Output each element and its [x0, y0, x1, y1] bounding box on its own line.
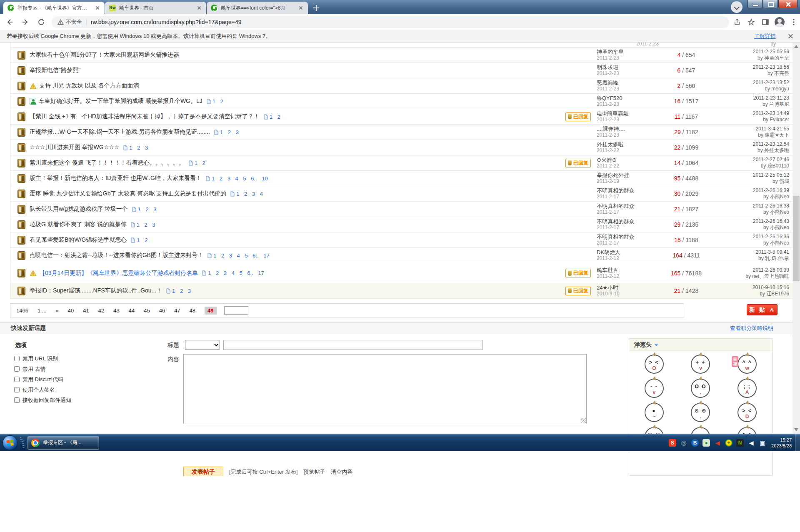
app-tray-icon[interactable]: ●	[702, 439, 710, 447]
last-post-author-link[interactable]: by 伤城	[713, 178, 789, 185]
emoticon[interactable]: O O .	[678, 379, 724, 398]
thread-page-links[interactable]: 1 2 3 4 5 6.. 17	[208, 270, 264, 276]
title-category-select[interactable]	[185, 340, 220, 350]
last-post-author-link[interactable]: by 辽BE1976	[713, 291, 789, 297]
last-post-author-link[interactable]: by 琼B00110	[713, 163, 789, 169]
security-tray-icon[interactable]: ◎	[680, 439, 688, 447]
update-plus-icon[interactable]: +	[725, 439, 732, 447]
emoticon[interactable]: > < O	[631, 355, 678, 374]
page-number-link[interactable]: 45	[144, 307, 150, 314]
learn-more-link[interactable]: 了解详情	[754, 32, 776, 40]
thread-author-link[interactable]: DK胡烂人	[597, 249, 659, 255]
profile-avatar[interactable]	[773, 16, 786, 28]
option-checkbox-row[interactable]: 禁用 Discuz!代码	[14, 374, 71, 385]
page-number-link[interactable]: 48	[190, 307, 195, 314]
tab-close-icon[interactable]	[196, 5, 202, 11]
last-post-author-link[interactable]: by 小熊Neo	[713, 225, 789, 231]
preview-post-link[interactable]: 预览帖子	[303, 468, 325, 476]
volume-icon[interactable]: ◀	[748, 439, 755, 447]
last-post-author-link[interactable]: by 神圣的车皇	[713, 55, 789, 61]
title-input[interactable]	[223, 340, 482, 350]
thread-title-link[interactable]: 蛋疼 睡觉 九少估计又要输给Gb了 太较真 何必呢 支持正义总是要付出代价的	[30, 190, 226, 197]
share-icon[interactable]	[731, 16, 743, 28]
thread-author-link[interactable]: 24★小时	[597, 285, 659, 291]
thread-title-link[interactable]: 举报新电信"路梦熙"	[30, 67, 80, 74]
thread-page-links[interactable]: 1 2 3	[129, 145, 148, 151]
thread-author-link[interactable]: 不明真相的群众	[597, 234, 659, 240]
thread-title-link[interactable]: 大家快看十色单圈1分07了！大家来围观新网通火箭推进器	[30, 51, 179, 59]
thread-author-link[interactable]: 神圣的车皇	[597, 49, 659, 55]
page-jump-input[interactable]	[224, 306, 248, 315]
last-post-author-link[interactable]: by 小熊Neo	[713, 194, 789, 200]
page-prev-link[interactable]: «	[56, 307, 59, 314]
emoticon[interactable]: ^ ^ w 幸福	[724, 355, 770, 374]
emoticon[interactable]: - - v	[631, 379, 678, 398]
thread-page-links[interactable]: 1 2 3	[220, 129, 239, 135]
minimize-button[interactable]	[748, 0, 762, 8]
thread-title-link[interactable]: 正规举报....W-G一天不除.锅一天不上游戏.另请各位朋友帮俺见证......…	[30, 128, 210, 136]
last-post-author-link[interactable]: by 兰博基尼	[713, 101, 789, 107]
last-post-author-link[interactable]: by 小熊Neo	[713, 240, 789, 246]
thread-author-link[interactable]: 飚车世界	[597, 267, 659, 273]
security-chip[interactable]: 不安全	[58, 18, 82, 26]
thread-page-links[interactable]: 1 2	[137, 237, 148, 243]
muted-speaker-icon[interactable]: ◀	[714, 439, 721, 447]
thread-page-links[interactable]: 1 2	[195, 160, 205, 166]
taskbar-clock[interactable]: 15:27 2023/8/28	[771, 437, 792, 449]
thread-author-link[interactable]: 明珠求瑕	[597, 64, 659, 70]
bookmark-star-icon[interactable]	[745, 16, 758, 28]
thread-author-link[interactable]: 鲁QYF520	[597, 95, 659, 101]
thread-page-links[interactable]: 1 2 3 4 5 6.. 10	[212, 175, 268, 182]
page-first-link[interactable]: 1 ...	[38, 307, 47, 314]
scrollbar-thumb[interactable]	[793, 196, 800, 281]
new-post-button[interactable]: 新 贴	[747, 304, 778, 315]
network-icon[interactable]: ▣	[759, 439, 766, 447]
address-bar[interactable]: 不安全 rw.bbs.joyzone.com.cn/forumdisplay.p…	[52, 16, 730, 28]
tab-font-page[interactable]: 飚车世界==<font color=">8月	[207, 2, 308, 14]
thread-title-link[interactable]: 支持 川兄 无敌妹 以及 各个方方面面滴	[39, 82, 139, 90]
emoticon[interactable]: ⊙ ⊙ .	[678, 403, 724, 422]
thread-title-link[interactable]: 垃圾G 就看你不爽了 刺客 说的就是你	[30, 221, 127, 228]
emoticon[interactable]: + + v	[678, 355, 724, 374]
new-tab-button[interactable]	[311, 2, 322, 13]
show-desktop-button[interactable]	[795, 434, 800, 452]
page-number-link[interactable]: 43	[113, 307, 119, 314]
thread-author-link[interactable]: ⊙火箭⊙	[597, 157, 659, 163]
last-post-author-link[interactable]: by net、爱上热咖啡	[713, 273, 789, 280]
last-post-author-link[interactable]: by Evilracer	[713, 117, 789, 123]
thread-page-links[interactable]: 1 2 3	[172, 288, 191, 294]
thread-title-link[interactable]: 【03月14日更新】《飚车世界》恶意破坏公平游戏者封停名单	[39, 270, 198, 277]
taskbar-chrome-button[interactable]: 举报专区 - 《飚...	[28, 436, 99, 450]
content-textarea[interactable]	[183, 354, 587, 424]
thread-page-links[interactable]: 1 2 3 4 5 6.. 17	[213, 252, 270, 259]
scroll-down-arrow-icon[interactable]	[794, 428, 798, 431]
start-button[interactable]	[2, 435, 18, 450]
option-checkbox-row[interactable]: 禁用 表情	[14, 364, 71, 374]
thread-page-links[interactable]: 1 2	[270, 114, 280, 120]
bluetooth-icon[interactable]: B	[691, 439, 699, 447]
tab-home[interactable]: Rw 飚车世界 - 首页	[105, 2, 206, 14]
page-number-link[interactable]: 44	[129, 307, 135, 314]
thread-author-link[interactable]: 电②簡單霸氣	[597, 110, 659, 117]
last-post-author-link[interactable]: by 外挂太多啦	[713, 147, 789, 154]
back-button[interactable]	[3, 16, 16, 28]
vertical-scrollbar[interactable]	[792, 42, 800, 434]
thread-title-link[interactable]: 举报ID：Super淫荡........NFS车队的软..件..Gou...！	[30, 287, 162, 295]
option-checkbox-row[interactable]: 接收新回复邮件通知	[14, 395, 71, 405]
thread-author-link[interactable]: 外挂太多啦	[597, 141, 659, 147]
submit-post-button[interactable]: 发表帖子	[183, 467, 223, 476]
thread-page-links[interactable]: 1 2 3	[138, 206, 157, 212]
thread-title-link[interactable]: 看见某些爱装B的W/G锦标选手就恶心	[30, 236, 127, 244]
close-button[interactable]	[778, 0, 798, 8]
thread-page-links[interactable]: 1 2	[212, 98, 223, 105]
emoticon[interactable]: ; ; A	[724, 379, 770, 398]
last-post-author-link[interactable]: by mengyu	[713, 86, 789, 92]
page-number-link[interactable]: 40	[68, 307, 74, 314]
thread-page-links[interactable]: 1 2 3 4	[236, 191, 263, 197]
thread-author-link[interactable]: 恶魔巅峰	[597, 80, 659, 86]
thread-author-link[interactable]: 不明真相的群众	[597, 218, 659, 225]
credit-policy-link[interactable]: 查看积分策略说明	[730, 325, 773, 332]
thread-title-link[interactable]: 车皇好确实好开。发一下笨手笨脚的成绩 顺便举报几个WG。LJ	[39, 97, 202, 105]
tab-close-icon[interactable]	[95, 5, 100, 11]
thread-author-link[interactable]: 不明真相的群众	[597, 203, 659, 209]
